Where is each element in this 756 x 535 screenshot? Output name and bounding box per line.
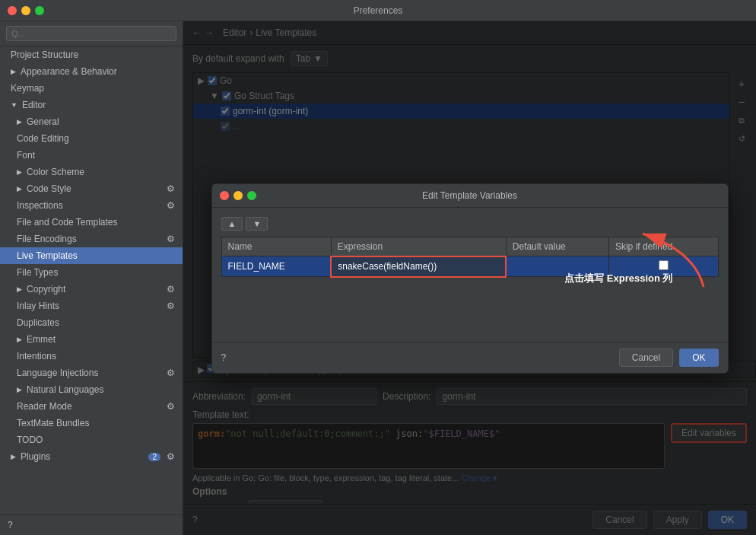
minimize-button[interactable] [21, 6, 30, 15]
settings-icon: ⚙ [167, 183, 175, 194]
sidebar-item-label: Editor [22, 100, 46, 110]
sidebar-item-label: File Encodings [17, 234, 77, 244]
settings-icon: ⚙ [167, 451, 175, 462]
modal-content: ▲ ▼ Name Expression Default value Skip i… [212, 208, 728, 342]
plugins-badge: 2 [148, 453, 160, 461]
settings-icon: ⚙ [167, 284, 175, 295]
sidebar-item-general[interactable]: ▶ General [0, 113, 183, 130]
sidebar-item-font[interactable]: Font [0, 147, 183, 164]
sidebar-item-label: Live Templates [17, 250, 78, 261]
arrow-icon: ▶ [17, 118, 22, 126]
modal-maximize-button[interactable] [247, 191, 256, 200]
sidebar: Project Structure ▶ Appearance & Behavio… [0, 21, 183, 535]
sidebar-item-editor[interactable]: ▼ Editor [0, 97, 183, 113]
sidebar-item-emmet[interactable]: ▶ Emmet [0, 331, 183, 348]
settings-icon: ⚙ [167, 234, 175, 244]
edit-template-variables-modal: Edit Template Variables ▲ ▼ Name [211, 183, 729, 374]
modal-cancel-button[interactable]: Cancel [619, 349, 673, 367]
sidebar-item-label: Code Style [27, 183, 71, 194]
arrow-icon: ▼ [11, 101, 17, 109]
close-button[interactable] [8, 6, 17, 15]
arrow-icon: ▶ [17, 285, 22, 293]
window-title: Preferences [354, 5, 403, 16]
nav-down-button[interactable]: ▼ [246, 217, 268, 231]
sidebar-item-natural-languages[interactable]: ▶ Natural Languages [0, 381, 183, 398]
sidebar-item-label: Keymap [11, 83, 44, 94]
sidebar-item-reader-mode[interactable]: Reader Mode ⚙ [0, 398, 183, 415]
sidebar-item-label: File Types [17, 267, 58, 278]
sidebar-item-label: TODO [17, 435, 43, 445]
modal-window-controls [220, 191, 256, 200]
col-name: Name [221, 237, 331, 256]
search-box [0, 21, 183, 46]
sidebar-item-live-templates[interactable]: Live Templates [0, 247, 183, 264]
arrow-icon: ▶ [17, 386, 22, 393]
modal-titlebar: Edit Template Variables [212, 184, 728, 208]
sidebar-item-duplicates[interactable]: Duplicates [0, 314, 183, 331]
arrow-icon: ▶ [11, 453, 16, 460]
sidebar-item-code-style[interactable]: ▶ Code Style ⚙ [0, 180, 183, 197]
sidebar-item-code-editing[interactable]: Code Editing [0, 130, 183, 147]
sidebar-item-label: Appearance & Behavior [21, 66, 117, 77]
modal-footer-buttons: Cancel OK [619, 349, 719, 367]
sidebar-item-label: TextMate Bundles [17, 418, 89, 428]
content-area: ← → Editor › Live Templates By default e… [183, 21, 756, 535]
titlebar-dots [8, 6, 44, 15]
sidebar-items: Project Structure ▶ Appearance & Behavio… [0, 46, 183, 514]
cell-expression[interactable]: snakeCase(fieldName()) [331, 256, 506, 277]
annotation-arrow [605, 226, 719, 302]
modal-close-button[interactable] [220, 191, 229, 200]
arrow-icon: ▶ [17, 185, 22, 193]
arrow-icon: ▶ [17, 336, 22, 343]
sidebar-item-copyright[interactable]: ▶ Copyright ⚙ [0, 281, 183, 298]
sidebar-item-label: Font [17, 150, 35, 161]
modal-footer: ? Cancel OK [212, 342, 728, 373]
modal-title: Edit Template Variables [422, 190, 517, 201]
sidebar-item-label: Reader Mode [17, 401, 72, 412]
sidebar-item-label: File and Code Templates [17, 217, 118, 228]
sidebar-item-appearance[interactable]: ▶ Appearance & Behavior [0, 63, 183, 80]
modal-ok-button[interactable]: OK [679, 349, 718, 367]
sidebar-item-keymap[interactable]: Keymap [0, 80, 183, 97]
sidebar-item-label: General [27, 116, 59, 127]
sidebar-item-label: Intentions [17, 351, 56, 361]
col-expression: Expression [331, 237, 506, 256]
arrow-icon: ▶ [11, 68, 16, 75]
modal-minimize-button[interactable] [233, 191, 243, 200]
sidebar-item-file-code-templates[interactable]: File and Code Templates [0, 214, 183, 231]
sidebar-bottom: ? [0, 514, 183, 535]
sidebar-item-label: Plugins [21, 451, 50, 462]
sidebar-item-label: Color Scheme [27, 167, 84, 177]
sidebar-item-intentions[interactable]: Intentions [0, 348, 183, 365]
sidebar-item-label: Copyright [27, 284, 65, 295]
sidebar-item-file-types[interactable]: File Types [0, 264, 183, 281]
sidebar-item-plugins[interactable]: ▶ Plugins 2 ⚙ [0, 448, 183, 465]
settings-icon: ⚙ [167, 401, 175, 412]
sidebar-item-label: Duplicates [17, 317, 59, 328]
modal-overlay: Edit Template Variables ▲ ▼ Name [183, 21, 756, 535]
col-default-value: Default value [506, 237, 608, 256]
sidebar-item-inspections[interactable]: Inspections ⚙ [0, 197, 183, 214]
settings-icon: ⚙ [167, 200, 175, 211]
nav-up-button[interactable]: ▲ [221, 217, 243, 231]
sidebar-item-todo[interactable]: TODO [0, 432, 183, 448]
search-input[interactable] [6, 26, 176, 41]
help-icon[interactable]: ? [8, 520, 13, 530]
sidebar-item-language-injections[interactable]: Language Injections ⚙ [0, 365, 183, 381]
annotation-container: 点击填写 Expression 列 [221, 287, 719, 333]
sidebar-item-color-scheme[interactable]: ▶ Color Scheme [0, 164, 183, 180]
main-container: Project Structure ▶ Appearance & Behavio… [0, 21, 756, 535]
sidebar-item-project-structure[interactable]: Project Structure [0, 46, 183, 63]
titlebar: Preferences [0, 0, 756, 21]
cell-name: FIELD_NAME [221, 256, 331, 277]
sidebar-item-label: Language Injections [17, 368, 98, 378]
settings-icon: ⚙ [167, 368, 175, 378]
sidebar-item-inlay-hints[interactable]: Inlay Hints ⚙ [0, 298, 183, 314]
sidebar-item-label: Project Structure [11, 49, 78, 60]
sidebar-item-label: Emmet [27, 334, 56, 345]
sidebar-item-textmate-bundles[interactable]: TextMate Bundles [0, 415, 183, 432]
maximize-button[interactable] [35, 6, 44, 15]
sidebar-item-file-encodings[interactable]: File Encodings ⚙ [0, 231, 183, 247]
modal-help-icon[interactable]: ? [221, 352, 227, 363]
sidebar-item-label: Inlay Hints [17, 301, 59, 311]
